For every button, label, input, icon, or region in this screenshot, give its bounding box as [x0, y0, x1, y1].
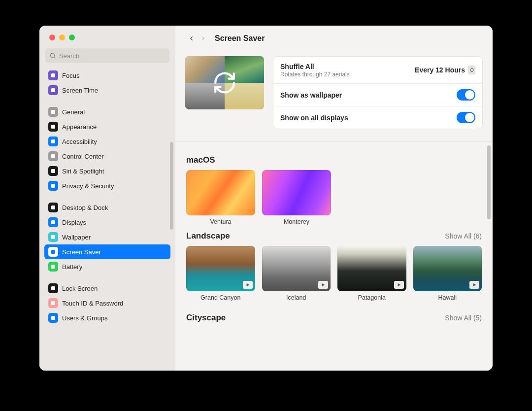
svg-rect-11	[51, 220, 55, 224]
show-wallpaper-toggle[interactable]	[457, 89, 475, 101]
shuffle-subtitle: Rotates through 27 aerials	[280, 71, 415, 78]
sidebar-item-label: Screen Time	[62, 87, 98, 94]
search-input[interactable]	[59, 52, 166, 60]
sidebar-item-label: Control Center	[62, 153, 104, 160]
sidebar-item-general[interactable]: General	[44, 104, 170, 119]
svg-rect-10	[51, 206, 55, 209]
nav-forward-button[interactable]	[197, 31, 209, 46]
svg-rect-17	[51, 316, 55, 320]
stepper-icon	[468, 66, 475, 74]
shuffle-row: Shuffle All Rotates through 27 aerials E…	[273, 57, 482, 84]
screensaver-tile-hawaii[interactable]: Hawaii	[413, 246, 482, 301]
show-wallpaper-row: Show as wallpaper	[273, 84, 482, 106]
screensaver-thumbnail	[337, 246, 406, 291]
sidebar-item-appearance[interactable]: Appearance	[44, 119, 170, 134]
section-macos-title: macOS	[186, 155, 215, 165]
nav-back-button[interactable]	[185, 31, 197, 46]
svg-rect-6	[51, 139, 55, 143]
zoom-window-button[interactable]	[69, 34, 75, 40]
content-header: Screen Saver	[175, 26, 493, 51]
sidebar-icon	[48, 151, 58, 161]
sidebar-item-battery[interactable]: Battery	[44, 259, 170, 274]
svg-rect-9	[51, 184, 55, 188]
sidebar-item-displays[interactable]: Displays	[44, 215, 170, 230]
svg-rect-7	[51, 154, 55, 158]
screensaver-tile-monterey[interactable]: Monterey	[262, 170, 331, 225]
sidebar-item-label: Displays	[62, 219, 86, 226]
section-landscape-title: Landscape	[186, 231, 230, 241]
sidebar: FocusScreen TimeGeneralAppearanceAccessi…	[39, 26, 175, 371]
window-traffic-lights	[39, 26, 175, 40]
svg-rect-3	[51, 88, 55, 92]
sidebar-icon	[48, 247, 58, 257]
play-icon	[394, 281, 404, 289]
show-all-displays-label: Show on all displays	[280, 113, 457, 122]
page-title: Screen Saver	[215, 34, 265, 43]
play-icon	[243, 281, 253, 289]
section-cityscape-title: Cityscape	[186, 313, 226, 323]
svg-rect-8	[51, 169, 55, 173]
sidebar-item-privacy-security[interactable]: Privacy & Security	[44, 178, 170, 193]
sidebar-item-control-center[interactable]: Control Center	[44, 149, 170, 164]
show-all-displays-toggle[interactable]	[457, 112, 475, 123]
sidebar-icon	[48, 181, 58, 191]
section-landscape-showall[interactable]: Show All (6)	[445, 232, 482, 240]
sidebar-item-desktop-dock[interactable]: Desktop & Dock	[44, 200, 170, 215]
screensaver-tile-label: Patagonia	[337, 294, 406, 301]
sidebar-item-label: Appearance	[62, 123, 97, 131]
screensaver-tile-patagonia[interactable]: Patagonia	[337, 246, 406, 301]
play-icon	[469, 281, 479, 289]
shuffle-icon	[212, 70, 237, 95]
shuffle-interval-value: Every 12 Hours	[415, 66, 465, 74]
sidebar-icon	[48, 232, 58, 242]
sidebar-icon	[48, 203, 58, 212]
sidebar-item-screen-saver[interactable]: Screen Saver	[44, 244, 170, 259]
sidebar-icon	[48, 166, 58, 176]
sidebar-item-lock-screen[interactable]: Lock Screen	[44, 281, 170, 296]
sidebar-icon	[48, 107, 58, 117]
screensaver-options-card: Shuffle All Rotates through 27 aerials E…	[273, 56, 483, 129]
sidebar-item-label: Siri & Spotlight	[62, 168, 104, 175]
sidebar-item-label: Privacy & Security	[62, 182, 114, 190]
sidebar-icon	[48, 298, 58, 308]
search-field[interactable]	[45, 48, 169, 63]
sidebar-scrollbar[interactable]	[170, 142, 173, 230]
shuffle-interval-dropdown[interactable]: Every 12 Hours	[415, 66, 475, 74]
sidebar-item-users-groups[interactable]: Users & Groups	[44, 310, 170, 325]
screensaver-tile-iceland[interactable]: Iceland	[262, 246, 331, 301]
sidebar-item-focus[interactable]: Focus	[44, 68, 170, 83]
sidebar-item-accessibility[interactable]: Accessibility	[44, 134, 170, 149]
sidebar-item-label: Desktop & Dock	[62, 204, 108, 211]
sidebar-icon	[48, 122, 58, 132]
sidebar-item-screen-time[interactable]: Screen Time	[44, 83, 170, 98]
sidebar-item-label: Battery	[62, 263, 82, 271]
sidebar-item-label: Lock Screen	[62, 285, 98, 292]
minimize-window-button[interactable]	[59, 34, 65, 40]
close-window-button[interactable]	[49, 34, 55, 40]
content-scrollbar[interactable]	[487, 145, 491, 219]
sidebar-item-siri-spotlight[interactable]: Siri & Spotlight	[44, 164, 170, 178]
sidebar-item-label: General	[62, 108, 85, 116]
sidebar-item-wallpaper[interactable]: Wallpaper	[44, 230, 170, 244]
sidebar-item-label: Touch ID & Password	[62, 300, 123, 307]
screensaver-tile-grand-canyon[interactable]: Grand Canyon	[186, 246, 255, 301]
play-icon	[318, 281, 328, 289]
shuffle-title: Shuffle All	[280, 62, 415, 71]
screensaver-thumbnail	[262, 170, 331, 215]
screensaver-tile-label: Ventura	[186, 218, 255, 225]
screensaver-tile-ventura[interactable]: Ventura	[186, 170, 255, 225]
svg-rect-4	[51, 110, 55, 114]
svg-line-1	[54, 57, 56, 59]
svg-rect-16	[51, 301, 55, 305]
sidebar-icon	[48, 70, 58, 80]
screensaver-thumbnail	[186, 170, 255, 215]
sidebar-item-touch-id-password[interactable]: Touch ID & Password	[44, 296, 170, 310]
sidebar-item-label: Focus	[62, 72, 79, 79]
screensaver-preview[interactable]	[185, 56, 264, 109]
svg-rect-2	[51, 73, 55, 77]
section-landscape-head: Landscape Show All (6)	[186, 231, 482, 241]
show-wallpaper-label: Show as wallpaper	[280, 91, 457, 100]
screensaver-thumbnail	[186, 246, 255, 291]
section-cityscape-showall[interactable]: Show All (5)	[445, 314, 482, 322]
section-macos-head: macOS	[186, 155, 482, 165]
